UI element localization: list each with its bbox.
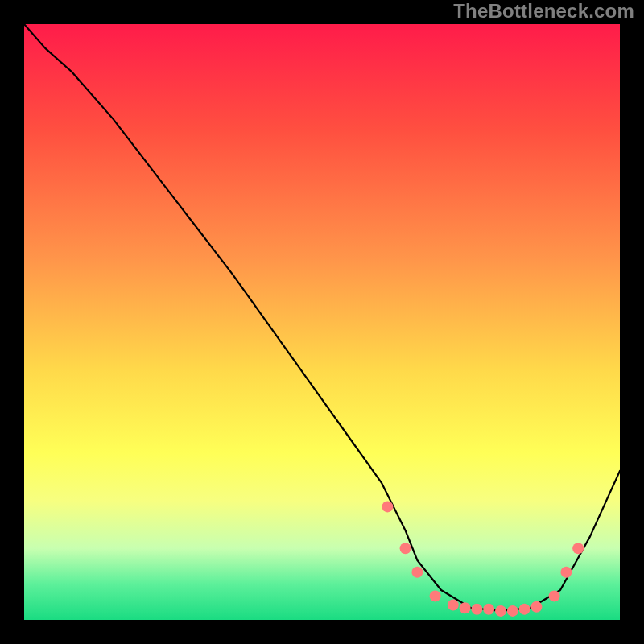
plot-svg xyxy=(24,24,620,620)
data-point xyxy=(483,604,494,615)
data-point xyxy=(400,543,411,554)
data-point xyxy=(519,604,530,615)
data-point xyxy=(507,605,518,617)
data-point xyxy=(460,602,471,613)
bottleneck-curve xyxy=(24,24,620,611)
data-point xyxy=(382,501,393,512)
data-point xyxy=(495,605,506,617)
data-point xyxy=(411,567,423,578)
data-point xyxy=(471,604,482,615)
curve-dots xyxy=(382,501,584,617)
data-point xyxy=(572,543,584,554)
data-point xyxy=(448,600,459,611)
chart-canvas-outer: TheBottleneck.com xyxy=(0,0,644,644)
plot-area xyxy=(24,24,620,620)
data-point xyxy=(430,590,441,601)
data-point xyxy=(560,567,572,578)
data-point xyxy=(549,590,560,601)
data-point xyxy=(530,601,542,613)
watermark-text: TheBottleneck.com xyxy=(453,0,634,23)
